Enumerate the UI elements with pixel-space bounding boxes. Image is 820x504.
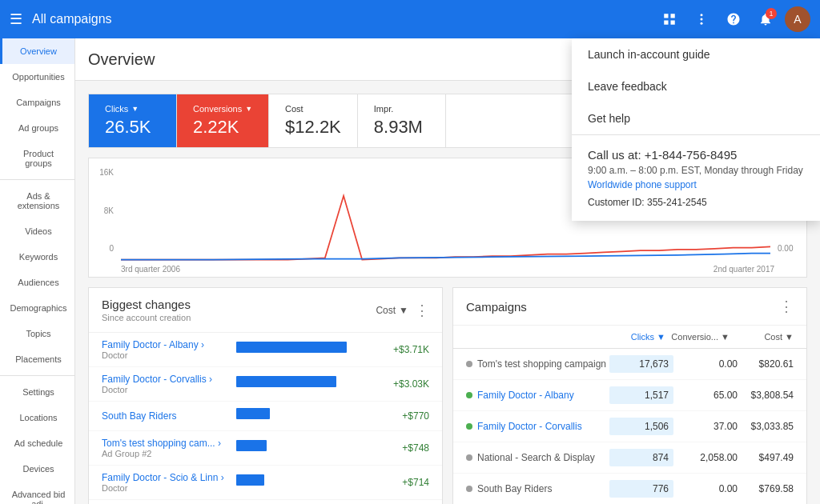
svg-point-6 — [701, 22, 703, 25]
sidebar-item-topics[interactable]: Topics — [0, 321, 74, 346]
sidebar-item-settings[interactable]: Settings — [0, 379, 74, 405]
camp-conv-3: 37.00 — [673, 421, 738, 432]
camp-name-1: Tom's test shopping campaign — [466, 358, 609, 370]
biggest-changes-title-group: Biggest changes Since account creation — [102, 298, 191, 322]
dropdown-info: Call us at: +1-844-756-8495 9:00 a.m. – … — [572, 135, 820, 221]
sidebar-item-ad-groups[interactable]: Ad groups — [0, 115, 74, 141]
dropdown-phone: Call us at: +1-844-756-8495 — [588, 148, 804, 162]
change-value-3: +$770 — [381, 410, 429, 422]
change-bar-5 — [236, 474, 375, 490]
camp-conv-2: 65.00 — [673, 390, 738, 401]
dropdown-item-feedback[interactable]: Leave feedback — [572, 70, 820, 102]
notification-badge: 1 — [766, 8, 777, 19]
change-bar-1 — [236, 342, 375, 358]
sidebar-item-ads-extensions[interactable]: Ads & extensions — [0, 183, 74, 218]
stat-clicks[interactable]: Clicks ▼ 26.5K — [89, 94, 177, 147]
camp-clicks-1: 17,673 — [609, 355, 673, 373]
camp-cost-4: $497.49 — [738, 452, 794, 463]
camp-col-header-clicks[interactable]: Clicks ▼ — [601, 332, 665, 342]
top-bar: ☰ All campaigns 1 A — [0, 0, 820, 38]
camp-col-header-conversions[interactable]: Conversio... ▼ — [665, 332, 730, 342]
stat-clicks-label: Clicks ▼ — [105, 104, 160, 114]
camp-name-5: South Bay Riders — [466, 483, 609, 494]
dropdown-hours: 9:00 a.m. – 8:00 p.m. EST, Monday throug… — [588, 165, 804, 176]
change-name-3: South Bay Riders — [102, 410, 230, 422]
chart-y-labels-left: 16K 8K 0 — [89, 168, 117, 253]
sidebar-item-videos[interactable]: Videos — [0, 218, 74, 244]
camp-cost-2: $3,808.54 — [738, 390, 794, 401]
stat-cost[interactable]: Cost $12.2K — [269, 94, 358, 147]
sidebar-item-campaigns[interactable]: Campaigns — [0, 90, 74, 115]
page-title: All campaigns — [32, 12, 657, 26]
avatar[interactable]: A — [785, 6, 810, 32]
camp-name-3: Family Doctor - Corvallis — [466, 421, 609, 432]
stat-conversions[interactable]: Conversions ▼ 2.22K — [177, 94, 269, 147]
camp-row-4: National - Search & Display 874 2,058.00… — [453, 442, 806, 474]
sidebar-item-advanced-bid[interactable]: Advanced bid adj. — [0, 482, 74, 504]
sidebar-item-product-groups[interactable]: Product groups — [0, 141, 74, 176]
stat-impressions[interactable]: Impr. 8.93M — [358, 94, 446, 147]
sidebar-item-devices[interactable]: Devices — [0, 456, 74, 482]
help-icon[interactable] — [721, 6, 746, 32]
change-value-1: +$3.71K — [381, 344, 429, 355]
svg-rect-0 — [664, 14, 668, 18]
notification-icon[interactable]: 1 — [753, 6, 778, 32]
campaigns-menu[interactable]: ⋮ — [779, 298, 794, 315]
sidebar-item-keywords[interactable]: Keywords — [0, 244, 74, 270]
change-bar-2 — [236, 376, 375, 392]
camp-clicks-3: 1,506 — [609, 418, 673, 435]
stat-impressions-label: Impr. — [374, 104, 429, 114]
menu-toggle-icon[interactable]: ☰ — [10, 10, 22, 28]
status-dot-3 — [466, 423, 472, 430]
biggest-changes-table: Family Doctor - Albany › Doctor +$3.71K — [89, 333, 442, 500]
camp-clicks-4: 874 — [609, 449, 673, 466]
change-row-3: South Bay Riders +$770 — [89, 402, 442, 431]
sidebar-item-demographics[interactable]: Demographics — [0, 295, 74, 321]
help-dropdown-menu[interactable]: Launch in-account guide Leave feedback G… — [572, 38, 820, 221]
change-name-5: Family Doctor - Scio & Linn › Doctor — [102, 472, 230, 493]
svg-point-4 — [701, 14, 703, 16]
sidebar: Overview Opportunities Campaigns Ad grou… — [0, 38, 75, 504]
camp-name-2: Family Doctor - Albany — [466, 390, 609, 401]
camp-clicks-5: 776 — [609, 480, 673, 498]
change-bar-3 — [236, 408, 375, 424]
sidebar-item-overview[interactable]: Overview — [0, 38, 74, 64]
sidebar-item-locations[interactable]: Locations — [0, 405, 74, 430]
sidebar-item-placements[interactable]: Placements — [0, 346, 74, 372]
biggest-changes-menu[interactable]: ⋮ — [415, 302, 429, 319]
svg-rect-1 — [671, 14, 675, 18]
camp-conv-1: 0.00 — [673, 358, 738, 370]
biggest-changes-card: Biggest changes Since account creation C… — [88, 287, 443, 504]
camp-conv-4: 2,058.00 — [673, 452, 738, 463]
biggest-changes-filter[interactable]: Cost ▼ — [376, 305, 408, 316]
dropdown-customer-id: Customer ID: 355-241-2545 — [588, 197, 804, 208]
stat-clicks-value: 26.5K — [105, 117, 160, 138]
change-name-1: Family Doctor - Albany › Doctor — [102, 339, 230, 360]
dropdown-item-help[interactable]: Get help — [572, 102, 820, 134]
stat-cost-label: Cost — [285, 104, 341, 114]
chart-x-labels: 3rd quarter 2006 2nd quarter 2017 — [121, 265, 774, 274]
grid-icon[interactable] — [657, 6, 682, 32]
cards-row: Biggest changes Since account creation C… — [88, 287, 807, 504]
status-dot-4 — [466, 454, 472, 461]
sidebar-item-audiences[interactable]: Audiences — [0, 270, 74, 295]
camp-cost-5: $769.58 — [738, 483, 794, 494]
sidebar-item-opportunities[interactable]: Opportunities — [0, 64, 74, 90]
dropdown-item-guide[interactable]: Launch in-account guide — [572, 38, 820, 70]
change-row-1: Family Doctor - Albany › Doctor +$3.71K — [89, 333, 442, 367]
dropdown-support-link[interactable]: Worldwide phone support — [588, 179, 804, 190]
sidebar-item-ad-schedule[interactable]: Ad schedule — [0, 430, 74, 456]
change-row-4: Tom's test shopping cam... › Ad Group #2… — [89, 431, 442, 466]
stat-conversions-value: 2.22K — [193, 117, 252, 138]
campaigns-title: Campaigns — [466, 300, 527, 314]
camp-clicks-2: 1,517 — [609, 386, 673, 404]
biggest-changes-title: Biggest changes — [102, 298, 191, 311]
more-vertical-icon[interactable] — [689, 6, 714, 32]
biggest-changes-header: Biggest changes Since account creation C… — [89, 288, 442, 333]
campaigns-header: Campaigns ⋮ — [453, 288, 806, 326]
stat-cost-value: $12.2K — [285, 117, 341, 138]
clicks-dropdown-arrow: ▼ — [131, 105, 139, 113]
change-row-5: Family Doctor - Scio & Linn › Doctor +$7… — [89, 466, 442, 500]
campaigns-table: Clicks ▼ Conversio... ▼ Cost ▼ — [453, 326, 806, 504]
camp-col-header-cost[interactable]: Cost ▼ — [730, 332, 794, 342]
